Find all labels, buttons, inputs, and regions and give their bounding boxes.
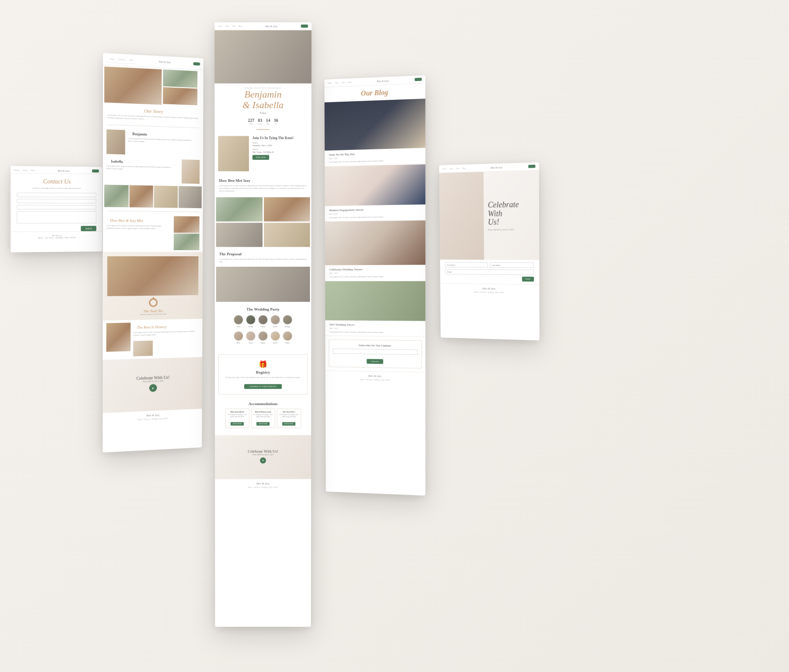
blog-post-2-text: Lorem ipsum dolor sit amet consectetur a… [329,215,421,219]
join-img [218,136,249,172]
hotel-1: Marriott Hotel 123 Example St Example, S… [225,409,249,428]
celebrate-last-name[interactable] [490,262,534,268]
proposal-img [216,267,310,302]
subscribe-email-field[interactable] [333,349,418,355]
blog-card: Home · Story · Wed · Blog Ben & Izzy Our… [324,75,425,496]
party-row-1: Alex Jordan Casey Taylor Morgan [219,315,307,328]
party-member-4: Taylor [270,315,280,328]
celebrate-first-name[interactable] [445,262,488,268]
story-photo-3 [154,186,178,208]
story-photo-2 [129,185,153,208]
main-names-section: WE'RE GETTING MARRIED Benjamin & Isabell… [214,83,311,116]
registry-btn[interactable]: CONTINUE TO THEIR REGISTRY [244,384,282,389]
hotel-2: Hotel Homewood 123 Example St Example, S… [251,409,275,428]
rest-history-img-1 [107,323,131,352]
hotel-2-detail: 123 Example St Example, State 00000 (000… [253,414,273,418]
story-outdoor-img-2 [163,87,198,105]
main-celebrate-sub: Please RSVP by Jun 21, 2023 [252,453,274,456]
hotel-1-btn[interactable]: BOOK NOW [231,422,244,426]
isabella-text: Lorem ipsum dolor sit amet consectetur a… [107,164,179,174]
contact-footer-nav: Home · Our Story · Wedding · Blog · RSVP [14,236,99,239]
contact-title: Contact Us [17,178,96,185]
when-value: Saturday, July 1, 2023 [252,145,294,147]
isabella-img [181,159,199,184]
story-celebrate-sub: Please RSVP by Jun 21, 2023 [143,380,163,383]
main-rsvp-btn[interactable] [301,25,308,28]
celebrate-submit-btn[interactable]: RSVP [522,276,534,281]
main-photo-1 [216,198,263,222]
celebrate-email[interactable] [445,269,534,275]
blog-couple-img [325,164,426,206]
join-title: Join Us In Tying The Knot! [252,136,294,140]
party-member-2: Jordan [246,315,256,328]
blog-post-3-text: Lorem ipsum dolor sit amet consectetur a… [329,276,421,278]
contact-name-field[interactable] [17,193,96,198]
main-celebrate-title: Celebrate With Us! [248,449,278,453]
countdown-sec: 36 Sec [274,118,278,125]
party-avatar-10 [283,331,292,341]
story-celebrate-btn[interactable]: ▶ [149,384,157,392]
hotel-3-btn[interactable]: BOOK NOW [282,422,295,426]
party-member-5: Morgan [283,315,292,328]
rest-history-img-2 [133,340,153,356]
registry-text: Find the perfect gift for Ben and Isabel… [224,376,302,378]
story-rsvp-btn[interactable] [193,62,200,65]
party-avatar-7 [246,331,256,341]
story-couple-img [104,67,162,105]
party-avatar-3 [258,315,268,325]
party-name-6: Riley [234,342,243,344]
hotel-2-btn[interactable]: BOOK NOW [256,422,270,426]
contact-nav: Home · Story · Wed [14,169,35,171]
benjamin-section: Benjamin Lorem ipsum dolor sit amet cons… [103,127,203,158]
celebrate-form-row-2 [445,269,534,275]
wedding-party-title: The Wedding Party [219,307,307,311]
contact-subject-field[interactable] [17,205,96,209]
blog-rsvp-btn[interactable] [415,78,422,81]
subscribe-btn[interactable]: Subscribe [367,359,384,364]
main-nav: Home · Story · Wed · Blog [218,25,242,27]
rsvp-button[interactable]: RSVP NOW [252,155,269,160]
celebrate-brand: Ben & Izzy [466,165,528,170]
hotel-3: The Inn Here 123 Example St Example, Sta… [277,409,301,428]
hotel-1-name: Marriott Hotel [227,411,247,413]
celebrate-overlay-title: Celebrate With Us! [488,200,535,227]
accommodations-title: Accommodations [219,402,307,406]
celebrate-footer-brand: Ben & Izzy [444,286,536,291]
blog-footer: Ben & Izzy Home · Our Story · Wedding · … [325,371,425,385]
main-celebrate-btn[interactable]: ▶ [260,457,266,463]
registry-section: 🎁 Registry Find the perfect gift for Ben… [218,354,308,395]
party-name-7: Avery [246,342,256,344]
celebrate-footer: Ben & Izzy Home · Our Story · Wedding · … [440,283,539,297]
contact-message-field[interactable] [17,211,96,223]
celebrate-card: Home · Story · Wed · Blog Ben & Izzy Cel… [439,163,540,341]
contact-footer: Ben & Izzy Home · Our Story · Wedding · … [11,231,102,241]
contact-email-field[interactable] [17,199,96,203]
main-wedding-card: Home · Story · Wed · Blog Ben & Izzy WE'… [214,22,311,627]
how-met-main-title: How Ben Met Izzy [219,178,307,183]
countdown-days: 227 Days [248,118,254,125]
story-how-met-img-1 [174,216,199,233]
story-photo-grid [103,184,203,209]
contact-header: Home · Story · Wed Ben & Izzy [11,166,102,174]
main-celebrate-section: Celebrate With Us! Please RSVP by Jun 21… [215,435,311,479]
party-avatar-5 [283,315,292,325]
accommodations-section: Accommodations Marriott Hotel 123 Exampl… [215,398,311,431]
celebrate-submit-row: RSVP [445,276,534,282]
contact-body: Contact Us Send us a message below to mi… [11,173,102,230]
how-met-main: How Ben Met Izzy Lorem ipsum dolor sit a… [215,175,312,196]
hotel-2-name: Hotel Homewood [253,411,273,413]
how-met-title: How Ben & Izzy Met [107,216,171,224]
story-photo-4 [178,186,202,209]
contact-submit-btn[interactable]: Submit [81,226,96,231]
couple-names: Benjamin & Isabella [219,89,307,111]
join-text: Join Us In Tying The Knot! When: Saturda… [252,136,294,160]
blog-bride-img [325,220,425,265]
main-hero [214,30,311,83]
party-avatar-9 [270,331,280,341]
celebrate-rsvp-btn[interactable] [528,165,535,168]
contact-rsvp-btn[interactable] [92,170,99,173]
main-footer: Ben & Izzy Home · Our Story · Wedding · … [215,479,311,491]
story-photo-1 [104,185,128,208]
main-footer-brand: Ben & Izzy [218,482,307,485]
party-member-10: Blake [283,331,292,344]
